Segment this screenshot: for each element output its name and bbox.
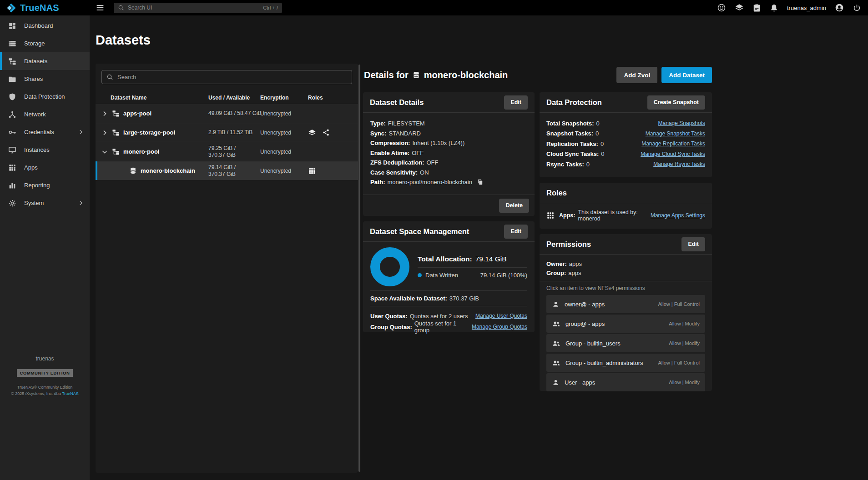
dataset-search-input[interactable]: [117, 74, 347, 80]
clipboard-icon: [752, 4, 761, 12]
sidebar: Dashboard Storage Datasets Shares Data P…: [0, 15, 90, 480]
sidebar-item-label: Storage: [24, 40, 45, 47]
sidenav-toggle-button[interactable]: [96, 3, 105, 12]
ace-item-builtin-users[interactable]: Group - builtin_users Allow | Modify: [546, 334, 705, 352]
dataset-search[interactable]: [101, 70, 352, 84]
datasets-tree-icon: [8, 57, 16, 65]
used-available-cell: 79.25 GiB /370.37 GiB: [208, 145, 260, 158]
sidebar-item-system[interactable]: System: [0, 194, 90, 212]
sidebar-item-network[interactable]: Network: [0, 105, 90, 123]
edit-dataset-details-button[interactable]: Edit: [504, 95, 528, 110]
sidebar-item-datasets[interactable]: Datasets: [0, 52, 90, 70]
card-title: Roles: [546, 189, 567, 197]
people-icon: [552, 339, 560, 348]
col-used-available: Used / Available: [208, 95, 260, 101]
dataset-row-apps-pool[interactable]: apps-pool 49.09 GiB / 58.47 GiB Unencryp…: [96, 104, 358, 123]
field-sync: Sync:STANDARD: [370, 129, 527, 139]
sidebar-item-label: Data Protection: [24, 93, 65, 100]
global-search[interactable]: Ctrl + /: [114, 3, 282, 13]
dataset-details-card: Dataset Details Edit Type:FILESYSTEM Syn…: [363, 92, 535, 216]
encryption-cell: Unencrypted: [260, 110, 308, 117]
sidebar-item-label: Datasets: [24, 58, 47, 65]
expand-icon[interactable]: [101, 110, 108, 117]
power-menu-button[interactable]: [853, 4, 861, 12]
search-icon: [106, 74, 113, 80]
chevron-right-icon: [77, 200, 84, 206]
feedback-button[interactable]: [717, 3, 726, 12]
brand[interactable]: TrueNAS: [0, 3, 90, 13]
key-icon: [8, 128, 16, 136]
tree-scrollbar[interactable]: [358, 65, 360, 472]
manage-rsync-tasks-link[interactable]: Manage Rsync Tasks: [653, 161, 705, 167]
manage-snapshots-link[interactable]: Manage Snapshots: [658, 120, 705, 126]
edit-space-button[interactable]: Edit: [504, 225, 528, 239]
truecommand-button[interactable]: [735, 3, 744, 12]
collapse-icon[interactable]: [101, 148, 108, 155]
dataset-row-monero-pool[interactable]: monero-pool 79.25 GiB /370.37 GiB Unencr…: [96, 142, 358, 161]
used-available-cell: 79.14 GiB /370.37 GiB: [208, 164, 260, 177]
cloud-sync-tasks-row: Cloud Sync Tasks:0 Manage Cloud Sync Tas…: [546, 149, 705, 160]
sidebar-item-label: Instances: [24, 146, 50, 153]
total-snapshots-row: Total Snapshots:0 Manage Snapshots: [546, 118, 705, 129]
dashboard-icon: [8, 22, 16, 30]
dataset-name: monero-pool: [123, 148, 159, 155]
manage-snapshot-tasks-link[interactable]: Manage Snapshot Tasks: [646, 130, 705, 137]
sidebar-item-apps[interactable]: Apps: [0, 159, 90, 176]
edit-permissions-button[interactable]: Edit: [681, 237, 705, 251]
manage-group-quotas-link[interactable]: Manage Group Quotas: [472, 324, 527, 330]
global-search-input[interactable]: [128, 5, 259, 11]
ace-item-group[interactable]: group@ - apps Allow | Modify: [546, 315, 705, 333]
roles-cell: [308, 129, 358, 137]
details-header: Details for monero-blockchain Add Zvol A…: [364, 67, 712, 83]
sidebar-item-dashboard[interactable]: Dashboard: [0, 17, 90, 35]
create-snapshot-button[interactable]: Create Snapshot: [647, 95, 705, 110]
manage-apps-settings-link[interactable]: Manage Apps Settings: [651, 212, 705, 219]
dataset-row-large-storage-pool[interactable]: large-storage-pool 2.9 TiB / 11.52 TiB U…: [96, 123, 358, 142]
add-zvol-button[interactable]: Add Zvol: [616, 67, 657, 83]
manage-cloud-sync-tasks-link[interactable]: Manage Cloud Sync Tasks: [641, 151, 705, 157]
jobs-button[interactable]: [752, 4, 761, 12]
sidebar-item-label: System: [24, 200, 44, 206]
dataset-row-monero-blockchain[interactable]: monero-blockchain 79.14 GiB /370.37 GiB …: [96, 161, 358, 180]
delete-dataset-button[interactable]: Delete: [499, 199, 529, 213]
ace-item-builtin-administrators[interactable]: Group - builtin_administrators Allow | F…: [546, 354, 705, 372]
manage-replication-tasks-link[interactable]: Manage Replication Tasks: [641, 140, 705, 147]
field-path: Path:monero-pool/monero-blockchain: [370, 177, 527, 187]
sidebar-footer: truenas COMMUNITY EDITION TrueNAS® Commu…: [0, 355, 90, 397]
encryption-cell: Unencrypted: [260, 130, 308, 136]
dataset-name-cell: apps-pool: [96, 110, 208, 117]
expand-icon[interactable]: [101, 129, 108, 136]
ace-item-owner[interactable]: owner@ - apps Allow | Full Control: [546, 295, 705, 313]
card-title: Dataset Details: [370, 98, 424, 107]
field-enable-atime: Enable Atime:OFF: [370, 148, 527, 158]
user-circle-icon: [835, 3, 844, 12]
truenas-link[interactable]: TrueNAS: [62, 391, 79, 396]
people-icon: [552, 359, 560, 367]
hostname-label: truenas: [0, 355, 90, 362]
dataset-name-cell: large-storage-pool: [96, 129, 208, 136]
manage-user-quotas-link[interactable]: Manage User Quotas: [475, 313, 527, 319]
hamburger-icon: [96, 3, 105, 12]
layers-role-icon: [308, 129, 316, 137]
space-available: Space Available to Dataset: 370.37 GiB: [370, 295, 527, 302]
sidebar-item-credentials[interactable]: Credentials: [0, 123, 90, 141]
account-menu-button[interactable]: [835, 3, 844, 12]
add-dataset-button[interactable]: Add Dataset: [661, 67, 712, 83]
ace-item-user-apps[interactable]: User - apps Allow | Modify: [546, 373, 705, 391]
sidebar-item-shares[interactable]: Shares: [0, 70, 90, 88]
folder-icon: [8, 75, 16, 83]
group-quotas-row: Group Quotas: Quotas set for 1 group Man…: [370, 321, 527, 332]
search-icon: [118, 5, 124, 11]
sidebar-item-instances[interactable]: Instances: [0, 141, 90, 159]
sidebar-item-label: Shares: [24, 75, 43, 82]
sidebar-item-storage[interactable]: Storage: [0, 35, 90, 52]
apps-grid-icon: [546, 211, 555, 220]
copy-icon[interactable]: [477, 179, 484, 185]
data-protection-card: Data Protection Create Snapshot Total Sn…: [540, 92, 712, 177]
share-role-icon: [322, 129, 330, 136]
copyright-text: © 2025 iXsystems, Inc. dba TrueNAS: [0, 390, 90, 397]
dataset-tree-icon: [112, 110, 120, 117]
alerts-button[interactable]: [770, 4, 778, 12]
sidebar-item-data-protection[interactable]: Data Protection: [0, 88, 90, 105]
sidebar-item-reporting[interactable]: Reporting: [0, 176, 90, 194]
